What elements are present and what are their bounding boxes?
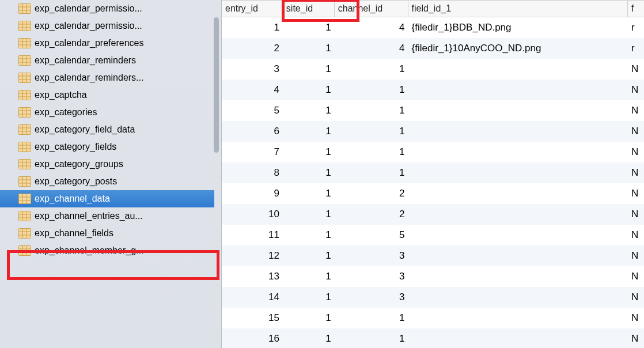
cell-channel_id: 1 <box>335 167 408 179</box>
sidebar-item-exp-calendar-permissio[interactable]: exp_calendar_permissio... <box>0 17 214 35</box>
table-icon <box>18 228 31 239</box>
table-row[interactable]: 1213N <box>222 245 644 266</box>
cell-trail: N <box>628 292 644 303</box>
svg-rect-70 <box>19 246 31 256</box>
table-row[interactable]: 611N <box>222 121 644 142</box>
cell-trail: N <box>628 271 644 282</box>
cell-entry_id: 2 <box>222 43 283 54</box>
sidebar-item-exp-calendar-reminders[interactable]: exp_calendar_reminders <box>0 52 214 69</box>
column-header-field_id_1[interactable]: field_id_1 <box>408 1 628 17</box>
cell-site_id: 1 <box>283 167 335 179</box>
table-icon <box>18 159 31 169</box>
sidebar-item-exp-calendar-reminders[interactable]: exp_calendar_reminders... <box>0 69 214 86</box>
table-icon <box>18 211 31 221</box>
data-rows: 114{filedir_1}BDB_ND.pngr214{filedir_1}1… <box>222 17 644 348</box>
sidebar-item-label: exp_category_groups <box>35 159 123 169</box>
cell-channel_id: 1 <box>335 312 408 324</box>
table-row[interactable]: 214{filedir_1}10AnyCOO_ND.pngr <box>222 38 644 59</box>
cell-entry_id: 6 <box>222 126 283 137</box>
svg-rect-5 <box>19 21 31 31</box>
sidebar-item-label: exp_captcha <box>35 90 87 100</box>
table-icon <box>18 245 31 256</box>
cell-channel_id: 2 <box>335 209 408 220</box>
table-icon <box>18 38 31 48</box>
table-row[interactable]: 1313N <box>222 266 644 287</box>
column-header-site_id[interactable]: site_id <box>283 1 335 17</box>
sidebar-item-exp-category-fields[interactable]: exp_category_fields <box>0 138 214 156</box>
cell-site_id: 1 <box>283 292 335 303</box>
sidebar-item-exp-channel-member-g[interactable]: exp_channel_member_g... <box>0 242 214 259</box>
table-row[interactable]: 411N <box>222 80 644 100</box>
sidebar-item-label: exp_categories <box>35 107 97 118</box>
cell-entry_id: 9 <box>222 188 283 199</box>
svg-rect-40 <box>19 142 31 152</box>
table-row[interactable]: 1012N <box>222 204 644 225</box>
sidebar-item-exp-category-groups[interactable]: exp_category_groups <box>0 156 214 173</box>
sidebar-scrollbar[interactable] <box>214 17 219 153</box>
table-row[interactable]: 1511N <box>222 308 644 328</box>
table-row[interactable]: 711N <box>222 142 644 162</box>
table-icon <box>18 142 31 152</box>
column-header-label: f <box>631 3 634 14</box>
cell-trail: N <box>628 105 644 116</box>
table-icon <box>18 124 31 135</box>
cell-site_id: 1 <box>283 209 335 220</box>
table-row[interactable]: 811N <box>222 162 644 183</box>
sidebar-item-exp-category-posts[interactable]: exp_category_posts <box>0 173 214 190</box>
column-header-trail[interactable]: f <box>628 1 644 17</box>
table-row[interactable]: 1115N <box>222 225 644 245</box>
cell-channel_id: 4 <box>335 43 408 54</box>
column-header-channel_id[interactable]: channel_id <box>335 1 408 17</box>
table-row[interactable]: 1611N <box>222 328 644 348</box>
table-row[interactable]: 311N <box>222 59 644 80</box>
cell-entry_id: 7 <box>222 146 283 158</box>
svg-rect-15 <box>19 56 31 66</box>
svg-rect-60 <box>19 211 31 221</box>
app-root: exp_calendar_permissio...exp_calendar_pe… <box>0 0 644 348</box>
table-icon <box>18 21 31 31</box>
sidebar-item-exp-channel-entries-au[interactable]: exp_channel_entries_au... <box>0 207 214 225</box>
table-list-sidebar: exp_calendar_permissio...exp_calendar_pe… <box>0 0 222 348</box>
cell-site_id: 1 <box>283 229 335 241</box>
sidebar-item-exp-categories[interactable]: exp_categories <box>0 104 214 121</box>
sidebar-item-exp-channel-fields[interactable]: exp_channel_fields <box>0 225 214 242</box>
svg-rect-30 <box>19 108 31 118</box>
cell-site_id: 1 <box>283 146 335 158</box>
cell-entry_id: 4 <box>222 84 283 96</box>
cell-site_id: 1 <box>283 105 335 116</box>
cell-trail: r <box>628 22 644 33</box>
cell-entry_id: 15 <box>222 312 283 324</box>
sidebar-item-label: exp_category_posts <box>35 176 117 187</box>
sidebar-item-exp-channel-data[interactable]: exp_channel_data <box>0 190 214 207</box>
sidebar-item-label: exp_category_fields <box>35 142 116 152</box>
sidebar-item-exp-captcha[interactable]: exp_captcha <box>0 86 214 104</box>
cell-channel_id: 2 <box>335 188 408 199</box>
cell-trail: N <box>628 146 644 158</box>
table-row[interactable]: 1413N <box>222 287 644 308</box>
sidebar-item-exp-calendar-permissio[interactable]: exp_calendar_permissio... <box>0 0 214 17</box>
sidebar-item-label: exp_channel_entries_au... <box>35 211 143 221</box>
column-header-entry_id[interactable]: entry_id <box>222 1 283 17</box>
cell-channel_id: 1 <box>335 63 408 75</box>
cell-site_id: 1 <box>283 250 335 262</box>
cell-entry_id: 16 <box>222 333 283 345</box>
cell-channel_id: 5 <box>335 229 408 241</box>
column-headers: entry_idsite_idchannel_idfield_id_1f <box>222 0 644 17</box>
table-row[interactable]: 912N <box>222 183 644 204</box>
table-icon <box>18 3 31 14</box>
sidebar-item-label: exp_channel_data <box>35 194 110 204</box>
cell-channel_id: 3 <box>335 250 408 262</box>
sidebar-item-exp-calendar-preferences[interactable]: exp_calendar_preferences <box>0 35 214 52</box>
column-header-label: entry_id <box>225 3 258 14</box>
svg-rect-65 <box>19 229 31 239</box>
cell-site_id: 1 <box>283 188 335 199</box>
cell-site_id: 1 <box>283 333 335 345</box>
table-row[interactable]: 114{filedir_1}BDB_ND.pngr <box>222 17 644 38</box>
cell-channel_id: 1 <box>335 146 408 158</box>
cell-entry_id: 5 <box>222 105 283 116</box>
table-row[interactable]: 511N <box>222 100 644 121</box>
sidebar-item-label: exp_calendar_reminders <box>35 55 136 66</box>
svg-rect-50 <box>19 177 31 187</box>
column-header-label: channel_id <box>338 3 382 14</box>
sidebar-item-exp-category-field-data[interactable]: exp_category_field_data <box>0 121 214 138</box>
